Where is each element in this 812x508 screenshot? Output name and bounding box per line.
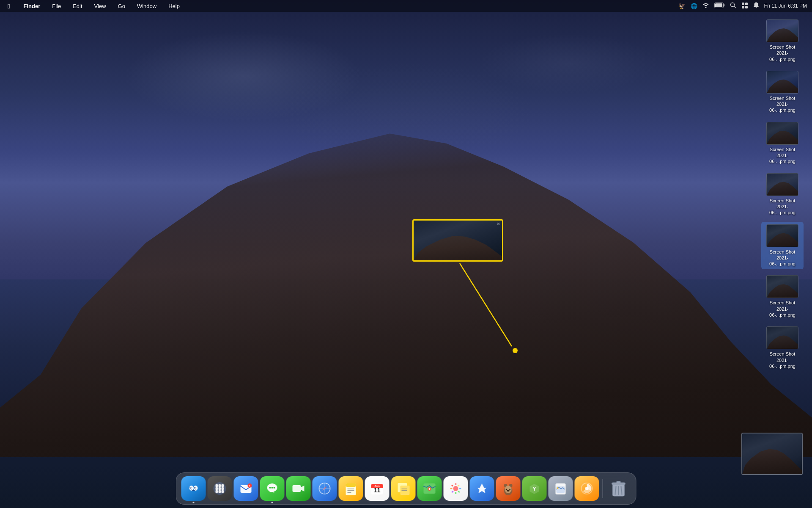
dock-preview-app[interactable] [549, 476, 573, 501]
preview-close[interactable]: ✕ [497, 221, 500, 227]
thumb-mountain-7 [767, 335, 798, 349]
icon-thumbnail-3 [766, 122, 798, 145]
svg-rect-22 [216, 487, 218, 490]
world-tray-icon[interactable]: 🌐 [691, 3, 697, 9]
svg-rect-57 [455, 483, 456, 485]
icon-label-3: Screen Shot 2021-06-...pm.png [764, 146, 801, 165]
icon-thumbnail-4 [766, 173, 798, 196]
file-menu[interactable]: File [49, 2, 63, 10]
desktop-icon-4[interactable]: Screen Shot 2021-06-...pm.png [761, 171, 804, 218]
icon-thumbnail-2 [766, 71, 798, 94]
svg-point-56 [453, 486, 458, 491]
svg-point-32 [269, 487, 271, 489]
dock-trash[interactable] [606, 476, 631, 501]
svg-rect-58 [455, 492, 456, 494]
dock-safari[interactable] [313, 476, 337, 501]
svg-rect-6 [745, 3, 748, 5]
svg-rect-35 [293, 485, 301, 492]
preview-mountain [414, 235, 502, 260]
thumb-mountain-4 [767, 181, 798, 196]
messages-dot [272, 502, 273, 503]
svg-rect-7 [742, 6, 744, 8]
ynab-tray-icon[interactable]: 🦅 [678, 3, 686, 9]
spotlight-icon[interactable] [730, 2, 736, 10]
svg-point-34 [274, 487, 275, 489]
desktop-icon-3[interactable]: Screen Shot 2021-06-...pm.png [761, 119, 804, 167]
desktop-icon-1[interactable]: Screen Shot 2021-06-...pm.png [761, 17, 804, 65]
dock-istatistica[interactable] [575, 476, 599, 501]
menubar-left:  Finder File Edit View Go Window Help [5, 2, 182, 11]
svg-rect-23 [219, 487, 221, 490]
help-menu[interactable]: Help [166, 2, 182, 10]
svg-text:Y: Y [532, 486, 536, 492]
control-center-icon[interactable] [741, 2, 748, 10]
svg-rect-50 [401, 486, 410, 495]
dock-finder[interactable] [181, 476, 206, 501]
battery-icon[interactable] [714, 3, 725, 9]
svg-rect-2 [724, 4, 725, 6]
svg-rect-61 [451, 484, 454, 487]
dock-stickies[interactable] [391, 476, 416, 501]
svg-point-75 [557, 487, 559, 489]
dock: 1 [176, 472, 636, 505]
menubar:  Finder File Edit View Go Window Help 🦅… [0, 0, 812, 12]
icon-label-1: Screen Shot 2021-06-...pm.png [764, 44, 801, 62]
view-menu[interactable]: View [92, 2, 109, 10]
dock-bear[interactable] [496, 476, 521, 501]
svg-point-11 [187, 482, 200, 495]
svg-point-69 [506, 489, 507, 490]
icon-label-7: Screen Shot 2021-06-...pm.png [764, 351, 801, 369]
dock-maps[interactable] [417, 476, 442, 501]
wifi-icon[interactable] [702, 3, 709, 9]
icon-thumbnail-5 [766, 224, 798, 247]
svg-rect-19 [216, 484, 218, 487]
svg-text:11: 11 [374, 487, 381, 494]
edit-menu[interactable]: Edit [70, 2, 85, 10]
preview-content: ✕ [414, 221, 502, 260]
dock-launchpad[interactable] [208, 476, 232, 501]
icon-label-5: Screen Shot 2021-06-...pm.png [764, 249, 801, 267]
dock-facetime[interactable] [286, 476, 311, 501]
window-menu[interactable]: Window [134, 2, 159, 10]
desktop-icon-6[interactable]: Screen Shot 2021-06-...pm.png [761, 273, 804, 320]
datetime-display[interactable]: Fri 11 Jun 6:31 PM [764, 3, 807, 9]
svg-rect-5 [742, 3, 744, 5]
desktop-icon-2[interactable]: Screen Shot 2021-06-...pm.png [761, 68, 804, 116]
svg-rect-20 [219, 484, 221, 487]
dock-notes[interactable] [339, 476, 363, 501]
icon-label-2: Screen Shot 2021-06-...pm.png [764, 95, 801, 113]
svg-line-4 [734, 6, 735, 8]
icon-label-6: Screen Shot 2021-06-...pm.png [764, 300, 801, 318]
dock-appstore[interactable] [470, 476, 494, 501]
notification-icon[interactable] [753, 2, 759, 10]
dock-photos[interactable] [444, 476, 468, 501]
bottom-preview-icon[interactable] [741, 433, 803, 475]
thumb-mountain-2 [767, 79, 798, 93]
finder-menu[interactable]: Finder [21, 2, 43, 10]
svg-rect-62 [458, 491, 460, 493]
svg-rect-60 [459, 488, 461, 489]
svg-rect-64 [451, 491, 454, 493]
preview-popup[interactable]: ✕ [412, 219, 503, 262]
menubar-right: 🦅 🌐 [678, 2, 807, 10]
svg-rect-40 [346, 483, 356, 487]
dock-mail[interactable]: 1 [234, 476, 258, 501]
svg-rect-63 [457, 484, 460, 487]
desktop-icon-5[interactable]: Screen Shot 2021-06-...pm.png [761, 222, 804, 270]
svg-rect-1 [715, 3, 722, 7]
dock-calendar[interactable]: Jun 11 [365, 476, 390, 501]
svg-rect-8 [745, 6, 748, 8]
svg-point-33 [272, 487, 273, 489]
thumb-mountain-1 [767, 28, 798, 42]
apple-menu[interactable]:  [5, 2, 12, 11]
thumb-mountain-3 [767, 130, 798, 144]
go-menu[interactable]: Go [115, 2, 128, 10]
icon-thumbnail-7 [766, 326, 798, 349]
dock-ynab[interactable]: Y [522, 476, 547, 501]
desktop-icon-7[interactable]: Screen Shot 2021-06-...pm.png [761, 324, 804, 372]
dock-messages[interactable] [260, 476, 285, 501]
desktop-icons-container: Screen Shot 2021-06-...pm.png Screen Sho… [761, 17, 804, 372]
icon-thumbnail-1 [766, 19, 798, 42]
svg-rect-25 [216, 490, 218, 493]
finder-dot [193, 502, 195, 503]
